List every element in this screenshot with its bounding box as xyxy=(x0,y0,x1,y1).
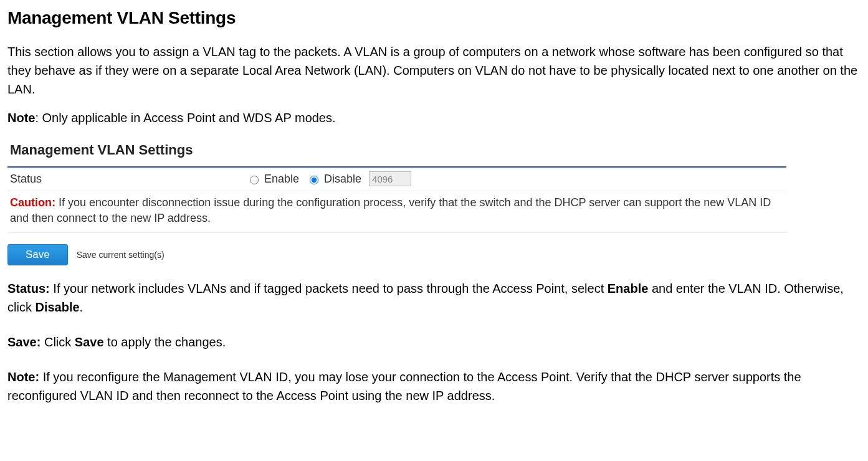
settings-panel-screenshot: Management VLAN Settings Status Enable D… xyxy=(7,137,786,265)
enable-label: Enable xyxy=(264,171,299,187)
save-description: Save: Click Save to apply the changes. xyxy=(7,333,861,351)
status-label: Status xyxy=(10,171,247,187)
note2-label: Note: xyxy=(7,370,39,384)
save-desc-bold-1: Save xyxy=(75,335,104,349)
note-label: Note xyxy=(7,111,35,125)
note2-description: Note: If you reconfigure the Management … xyxy=(7,368,861,405)
panel-heading: Management VLAN Settings xyxy=(7,137,786,164)
status-description: Status: If your network includes VLANs a… xyxy=(7,279,861,316)
status-desc-bold-1: Enable xyxy=(608,282,649,295)
disable-option[interactable]: Disable xyxy=(307,171,361,187)
status-desc-text-1: If your network includes VLANs and if ta… xyxy=(50,282,608,295)
caution-label: Caution: xyxy=(10,196,55,209)
page-title: Management VLAN Settings xyxy=(7,5,861,31)
note-text: : Only applicable in Access Point and WD… xyxy=(35,111,335,125)
disable-label: Disable xyxy=(324,171,361,187)
intro-paragraph: This section allows you to assign a VLAN… xyxy=(7,42,861,98)
caution-row: Caution: If you encounter disconnection … xyxy=(7,191,786,233)
status-row: Status Enable Disable xyxy=(7,168,786,191)
caution-text: If you encounter disconnection issue dur… xyxy=(10,196,771,224)
save-row: Save Save current setting(s) xyxy=(7,244,786,265)
status-desc-label: Status: xyxy=(7,282,50,295)
save-desc-text-1: Click xyxy=(41,335,74,349)
disable-radio[interactable] xyxy=(310,176,318,184)
enable-option[interactable]: Enable xyxy=(247,171,299,187)
vlan-id-input[interactable] xyxy=(369,171,411,186)
note-paragraph: Note: Only applicable in Access Point an… xyxy=(7,108,861,127)
save-button[interactable]: Save xyxy=(7,244,68,265)
enable-radio[interactable] xyxy=(250,176,259,184)
note2-text: If you reconfigure the Management VLAN I… xyxy=(7,370,801,402)
save-desc-text-2: to apply the changes. xyxy=(104,335,226,349)
status-desc-text-3: . xyxy=(80,300,83,314)
save-hint: Save current setting(s) xyxy=(77,249,165,262)
save-desc-label: Save: xyxy=(7,335,41,349)
status-desc-bold-2: Disable xyxy=(35,300,79,314)
